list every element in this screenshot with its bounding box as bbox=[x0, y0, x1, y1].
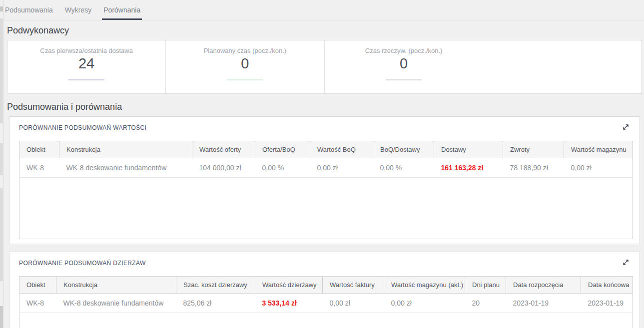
subcontractors-stats-card: Czas pierwsza/ostatnia dostawa 24 Planow… bbox=[7, 40, 642, 94]
panel-title: PORÓWNANIE PODSUMOWAŃ DZIERŻAW bbox=[19, 259, 146, 267]
expand-icon bbox=[622, 259, 630, 268]
stat-planned-time: Planowany czas (pocz./kon.) 0 bbox=[166, 40, 324, 93]
column-header-wartosc-dzierzawy[interactable]: Wartość dzierżawy bbox=[255, 277, 323, 294]
stat-value: 0 bbox=[166, 55, 324, 72]
tab-podsumowania[interactable]: Podsumowania bbox=[3, 0, 54, 20]
cell-zwroty: 78 188,90 zł bbox=[503, 158, 564, 178]
cell-dni-planu: 20 bbox=[465, 294, 506, 313]
expand-button[interactable] bbox=[621, 259, 630, 268]
cell-konstrukcja: WK-8 deskowanie fundamentów bbox=[59, 158, 192, 178]
tab-bar: Podsumowania Wykresy Porównania bbox=[3, 0, 644, 20]
column-header-data-koncowa[interactable]: Data końcowa bbox=[581, 277, 633, 294]
expand-button[interactable] bbox=[621, 123, 630, 132]
cell-oferta-boq: 0,00 % bbox=[255, 158, 310, 178]
column-header-wartosc-magazynu[interactable]: Wartość magazynu bbox=[564, 141, 633, 158]
lease-comparison-table: Obiekt Konstrukcja Szac. koszt dzierżawy… bbox=[19, 276, 633, 328]
cell-wartosc-oferty: 104 000,00 zł bbox=[192, 158, 255, 178]
tab-porownania[interactable]: Porównania bbox=[102, 0, 142, 20]
table-empty-area bbox=[19, 178, 633, 239]
table-row[interactable]: WK-8 WK-8 deskowanie fundamentów 104 000… bbox=[19, 158, 633, 178]
stat-label: Planowany czas (pocz./kon.) bbox=[166, 47, 324, 54]
panel-values-comparison: PORÓWNANIE PODSUMOWAŃ WARTOŚCI Obiekt Ko… bbox=[9, 116, 640, 244]
column-header-oferta-boq[interactable]: Oferta/BoQ bbox=[255, 141, 310, 158]
column-header-dni-planu[interactable]: Dni planu bbox=[465, 277, 506, 294]
stat-label: Czas pierwsza/ostatnia dostawa bbox=[7, 47, 165, 54]
cell-wartosc-magazynu: 0,00 zł bbox=[564, 158, 633, 178]
cell-wartosc-dzierzawy-highlighted: 3 533,14 zł bbox=[255, 294, 323, 313]
table-empty-area bbox=[19, 313, 633, 328]
left-edge-strip bbox=[0, 0, 3, 328]
table-row[interactable]: WK-8 WK-8 deskowanie fundamentów 825,06 … bbox=[19, 294, 633, 313]
column-header-obiekt[interactable]: Obiekt bbox=[19, 277, 56, 294]
table-header-row: Obiekt Konstrukcja Szac. koszt dzierżawy… bbox=[19, 277, 633, 294]
table-header-row: Obiekt Konstrukcja Wartość oferty Oferta… bbox=[19, 141, 633, 158]
left-edge-segment bbox=[0, 188, 3, 281]
column-header-data-rozpoczecia[interactable]: Data rozpoczęcia bbox=[506, 277, 581, 294]
expand-icon bbox=[622, 123, 630, 132]
section-title-porownania: Podsumowania i porównania bbox=[7, 102, 644, 112]
column-header-konstrukcja[interactable]: Konstrukcja bbox=[59, 141, 192, 158]
left-edge-segment bbox=[0, 306, 3, 328]
cell-obiekt: WK-8 bbox=[19, 158, 59, 178]
column-header-obiekt[interactable]: Obiekt bbox=[19, 141, 59, 158]
stat-value: 24 bbox=[7, 55, 165, 72]
column-header-wartosc-boq[interactable]: Wartość BoQ bbox=[310, 141, 373, 158]
stat-accent-underline bbox=[386, 79, 422, 80]
column-header-dostawy[interactable]: Dostawy bbox=[434, 141, 503, 158]
panel-title: PORÓWNANIE PODSUMOWAŃ WARTOŚCI bbox=[19, 123, 146, 131]
stat-accent-underline bbox=[68, 79, 104, 80]
stat-first-last-delivery: Czas pierwsza/ostatnia dostawa 24 bbox=[7, 40, 166, 93]
stat-empty-column bbox=[483, 40, 642, 93]
cell-data-koncowa: 2023-01-19 bbox=[581, 294, 633, 313]
cell-szac-koszt-dzierzawy: 825,06 zł bbox=[176, 294, 255, 313]
column-header-wartosc-faktury[interactable]: Wartość faktury bbox=[323, 277, 384, 294]
cell-wartosc-magazynu-akt: 0,00 zł bbox=[384, 294, 465, 313]
cell-obiekt: WK-8 bbox=[19, 294, 56, 313]
cell-wartosc-boq: 0,00 zł bbox=[310, 158, 373, 178]
stat-actual-time: Czas rzeczyw. (pocz./kon.) 0 bbox=[325, 40, 483, 93]
column-header-zwroty[interactable]: Zwroty bbox=[503, 141, 564, 158]
cell-data-rozpoczecia: 2023-01-19 bbox=[506, 294, 581, 313]
cell-boq-dostawy: 0,00 % bbox=[373, 158, 434, 178]
panel-header: PORÓWNANIE PODSUMOWAŃ WARTOŚCI bbox=[19, 123, 630, 132]
values-comparison-table: Obiekt Konstrukcja Wartość oferty Oferta… bbox=[19, 141, 633, 239]
page: Podsumowania Wykresy Porównania Podwykon… bbox=[0, 0, 644, 328]
column-header-szac-koszt-dzierzawy[interactable]: Szac. koszt dzierżawy bbox=[176, 277, 255, 294]
stat-accent-underline bbox=[227, 79, 263, 80]
column-header-boq-dostawy[interactable]: BoQ/Dostawy bbox=[373, 141, 434, 158]
cell-konstrukcja: WK-8 deskowanie fundamentów bbox=[56, 294, 176, 313]
tab-wykresy[interactable]: Wykresy bbox=[63, 0, 93, 20]
column-header-konstrukcja[interactable]: Konstrukcja bbox=[56, 277, 176, 294]
cell-dostawy-highlighted: 161 163,28 zł bbox=[434, 158, 503, 178]
cell-wartosc-faktury: 0,00 zł bbox=[323, 294, 384, 313]
left-edge-segment bbox=[0, 6, 3, 11]
left-edge-segment bbox=[0, 18, 3, 123]
section-title-podwykonawcy: Podwykonawcy bbox=[7, 25, 644, 36]
panel-header: PORÓWNANIE PODSUMOWAŃ DZIERŻAW bbox=[19, 259, 630, 268]
column-header-wartosc-magazynu-akt[interactable]: Wartość magazynu (akt.) bbox=[384, 277, 465, 294]
panel-lease-comparison: PORÓWNANIE PODSUMOWAŃ DZIERŻAW Obiekt Ko… bbox=[9, 252, 640, 328]
stat-value: 0 bbox=[325, 55, 483, 72]
column-header-wartosc-oferty[interactable]: Wartość oferty bbox=[192, 141, 255, 158]
left-edge-segment bbox=[0, 143, 3, 175]
stat-label: Czas rzeczyw. (pocz./kon.) bbox=[325, 47, 483, 54]
